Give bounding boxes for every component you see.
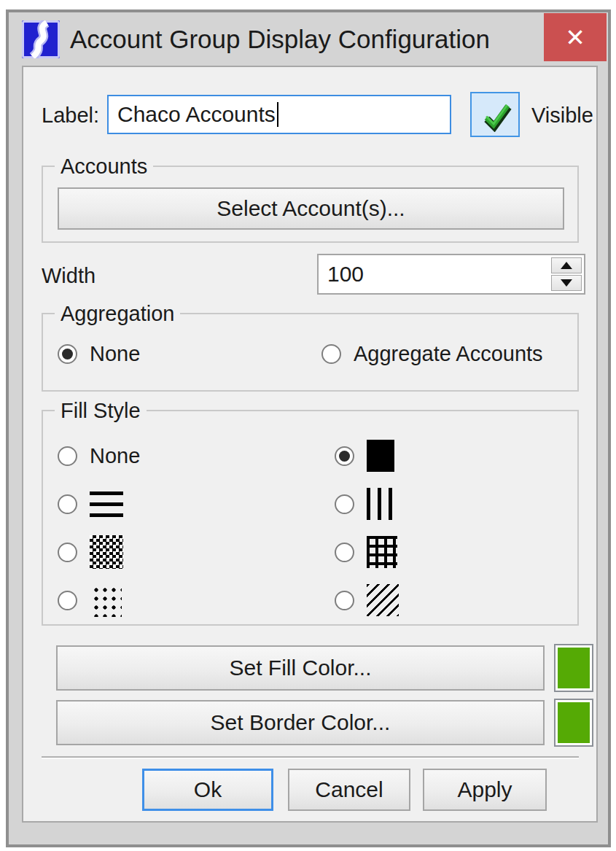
fill-style-legend: Fill Style — [55, 399, 147, 423]
fill-none-radio[interactable]: None — [58, 444, 335, 468]
fill-color-swatch[interactable] — [554, 644, 593, 692]
accounts-groupbox: Accounts Select Account(s)... — [42, 166, 579, 243]
fill-color-swatch-fill — [558, 648, 590, 688]
border-color-swatch[interactable] — [554, 699, 593, 747]
cancel-button[interactable]: Cancel — [288, 769, 410, 811]
radio-icon — [58, 543, 77, 562]
text-caret — [277, 102, 278, 127]
spin-down-button[interactable] — [551, 275, 582, 291]
vertical-lines-pattern-icon — [367, 488, 393, 520]
close-icon: ✕ — [565, 23, 585, 52]
radio-icon — [335, 543, 354, 562]
radio-label: Aggregate Accounts — [354, 342, 543, 366]
dialog-content-panel: Label: Chaco Accounts Visible Accounts S… — [22, 66, 598, 823]
radio-label: None — [90, 444, 140, 468]
title-bar[interactable]: Account Group Display Configuration ✕ — [9, 12, 608, 65]
diagonal-lines-pattern-icon — [367, 584, 399, 616]
aggregation-legend: Aggregation — [55, 302, 180, 326]
dialog-window: Account Group Display Configuration ✕ La… — [6, 9, 611, 847]
fill-dense-radio[interactable] — [58, 535, 335, 569]
width-label: Width — [42, 264, 95, 288]
apply-button[interactable]: Apply — [423, 769, 547, 811]
radio-icon — [335, 591, 354, 610]
aggregation-aggregate-radio[interactable]: Aggregate Accounts — [321, 342, 543, 366]
radio-icon — [58, 591, 77, 610]
checkmark-icon — [477, 97, 512, 132]
app-logo-icon — [22, 20, 60, 58]
width-spinbox[interactable]: 100 — [317, 254, 585, 295]
aggregation-none-radio[interactable]: None — [58, 342, 140, 366]
spin-up-button[interactable] — [551, 257, 582, 273]
dots-pattern-icon — [90, 583, 122, 617]
radio-icon — [58, 446, 77, 466]
dense-checker-pattern-icon — [90, 535, 123, 569]
radio-label: None — [90, 342, 140, 366]
width-value: 100 — [319, 255, 549, 293]
select-accounts-button[interactable]: Select Account(s)... — [58, 187, 564, 230]
radio-icon — [321, 344, 341, 364]
fill-style-options-grid: None — [58, 432, 570, 618]
radio-icon — [335, 494, 354, 514]
close-button[interactable]: ✕ — [544, 13, 607, 61]
label-field-label: Label: — [42, 104, 99, 128]
solid-fill-pattern-icon — [367, 440, 394, 472]
horizontal-lines-pattern-icon — [90, 491, 123, 517]
fill-diagonal-radio[interactable] — [335, 584, 570, 616]
label-input-value: Chaco Accounts — [117, 102, 276, 127]
radio-icon — [58, 494, 77, 514]
set-fill-color-button[interactable]: Set Fill Color... — [56, 645, 545, 691]
window-title: Account Group Display Configuration — [70, 12, 490, 65]
fill-grid-radio[interactable] — [335, 536, 570, 568]
aggregation-groupbox: Aggregation None Aggregate Accounts — [42, 313, 579, 392]
spin-up-icon — [561, 262, 572, 269]
grid-pattern-icon — [367, 536, 397, 568]
border-color-swatch-fill — [558, 702, 590, 743]
spin-down-icon — [561, 279, 572, 287]
set-border-color-button[interactable]: Set Border Color... — [56, 700, 545, 745]
fill-dots-radio[interactable] — [58, 583, 335, 617]
fill-solid-radio[interactable] — [335, 440, 570, 472]
radio-icon — [58, 344, 77, 364]
radio-icon — [335, 446, 354, 466]
width-spin-buttons — [549, 255, 584, 293]
accounts-legend: Accounts — [55, 155, 153, 179]
fill-horizontal-lines-radio[interactable] — [58, 491, 335, 517]
footer-separator — [42, 756, 579, 759]
visible-label: Visible — [531, 104, 593, 128]
fill-vertical-lines-radio[interactable] — [335, 488, 570, 520]
label-input[interactable]: Chaco Accounts — [107, 95, 451, 134]
visible-toggle-button[interactable] — [470, 92, 520, 137]
fill-style-groupbox: Fill Style None — [42, 410, 579, 626]
ok-button[interactable]: Ok — [142, 769, 273, 811]
